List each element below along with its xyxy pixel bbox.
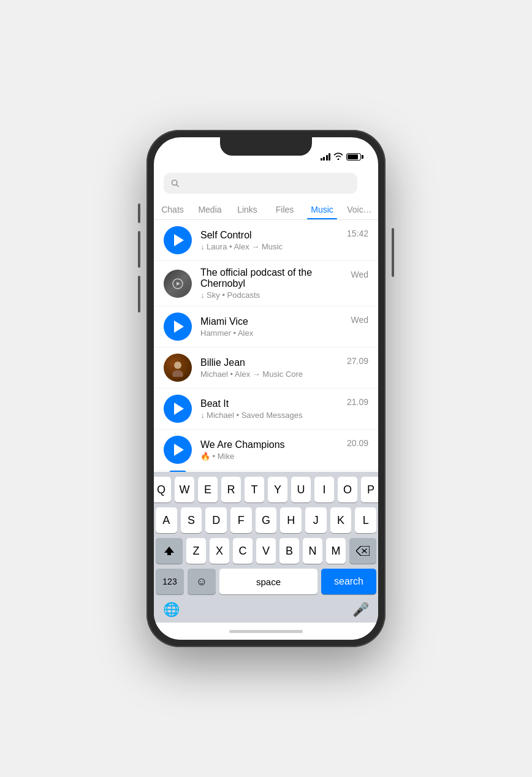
notch (220, 137, 312, 156)
key-r[interactable]: R (221, 477, 241, 502)
key-w[interactable]: W (175, 477, 194, 502)
music-item-chernobyl[interactable]: The official podcast of the Chernobyl ↓ … (154, 261, 378, 306)
key-v[interactable]: V (256, 538, 276, 564)
key-d[interactable]: D (205, 507, 227, 533)
key-t[interactable]: T (245, 477, 264, 502)
key-o[interactable]: O (338, 477, 357, 502)
track-time-self-control: 15:42 (347, 229, 368, 238)
track-info-we-are-champions: We Are Champions 🔥 • Mike (200, 439, 338, 461)
volume-up-button[interactable] (138, 203, 140, 223)
svg-point-4 (174, 362, 181, 369)
key-b[interactable]: B (279, 538, 299, 564)
key-q[interactable]: Q (154, 477, 171, 502)
mic-icon[interactable]: 🎤 (352, 602, 369, 618)
track-subtitle-self-control: ↓ Laura • Alex → Music (200, 242, 338, 251)
key-f[interactable]: F (230, 507, 252, 533)
volume-down-button[interactable] (138, 231, 140, 268)
key-s[interactable]: S (181, 507, 202, 533)
play-button-miami-vice[interactable] (164, 313, 192, 341)
track-subtitle-we-are-champions: 🔥 • Mike (200, 452, 338, 461)
search-key[interactable]: search (321, 569, 376, 594)
billie-avatar (164, 354, 192, 382)
power-button[interactable] (392, 228, 394, 277)
tab-media[interactable]: Media (191, 199, 229, 219)
search-icon (171, 179, 179, 188)
track-title-we-are-champions: We Are Champions (200, 439, 338, 450)
music-item-beat-it[interactable]: Beat It ↓ Michael • Saved Messages 21.09 (154, 388, 378, 430)
numbers-key[interactable]: 123 (156, 569, 184, 594)
svg-line-1 (177, 184, 178, 186)
keyboard-row-1: ASDFGHJKL (156, 507, 376, 533)
key-e[interactable]: E (198, 477, 218, 502)
music-item-we-are-champions[interactable]: We Are Champions 🔥 • Mike 20.09 (154, 430, 378, 471)
track-subtitle-billie-jean: Michael • Alex → Music Core (200, 370, 338, 379)
podcast-avatar-chernobyl (164, 270, 192, 298)
key-p[interactable]: P (361, 477, 378, 502)
key-z[interactable]: Z (186, 538, 206, 564)
music-item-self-control[interactable]: Self Control ↓ Laura • Alex → Music 15:4… (154, 220, 378, 261)
key-a[interactable]: A (156, 507, 177, 533)
tab-music[interactable]: Music (303, 199, 341, 219)
search-input[interactable] (183, 178, 350, 189)
track-time-we-are-champions: 20.09 (347, 438, 368, 448)
svg-marker-6 (164, 547, 174, 555)
track-title-chernobyl: The official podcast of the Chernobyl (200, 267, 342, 289)
key-j[interactable]: J (305, 507, 327, 533)
key-x[interactable]: X (210, 538, 229, 564)
tab-files[interactable]: Files (266, 199, 303, 219)
track-info-miami-vice: Miami Vice Hammer • Alex (200, 316, 342, 338)
key-h[interactable]: H (280, 507, 302, 533)
backspace-key[interactable] (349, 538, 376, 564)
track-subtitle-beat-it: ↓ Michael • Saved Messages (200, 411, 338, 420)
key-u[interactable]: U (291, 477, 311, 502)
track-title-beat-it: Beat It (200, 398, 338, 409)
track-time-beat-it: 21.09 (347, 397, 368, 407)
track-info-chernobyl: The official podcast of the Chernobyl ↓ … (200, 267, 342, 300)
wifi-icon (333, 153, 343, 162)
key-n[interactable]: N (303, 538, 322, 564)
search-input-wrap[interactable] (164, 173, 357, 194)
key-i[interactable]: I (314, 477, 334, 502)
track-title-miami-vice: Miami Vice (200, 316, 342, 327)
key-c[interactable]: C (233, 538, 253, 564)
tab-links[interactable]: Links (229, 199, 266, 219)
keyboard-globe-row: 🌐 🎤 (156, 599, 376, 620)
tab-chats[interactable]: Chats (154, 199, 191, 219)
key-k[interactable]: K (330, 507, 352, 533)
home-bar (229, 630, 303, 633)
music-item-miami-vice[interactable]: Miami Vice Hammer • Alex Wed (154, 306, 378, 347)
search-bar (154, 168, 378, 199)
keyboard: QWERTYUIOPASDFGHJKLZXCVBNM123☺spacesearc… (154, 472, 378, 623)
svg-marker-3 (177, 282, 180, 286)
key-g[interactable]: G (256, 507, 277, 533)
track-info-self-control: Self Control ↓ Laura • Alex → Music (200, 230, 338, 251)
play-button-beat-it[interactable] (164, 395, 192, 423)
home-indicator (154, 623, 378, 640)
shift-key[interactable] (156, 538, 183, 564)
track-title-self-control: Self Control (200, 230, 338, 241)
key-m[interactable]: M (326, 538, 346, 564)
play-button-we-are-champions[interactable] (164, 436, 192, 464)
svg-point-5 (172, 370, 183, 377)
track-subtitle-miami-vice: Hammer • Alex (200, 328, 342, 338)
music-item-billie-jean[interactable]: Billie Jean Michael • Alex → Music Core … (154, 347, 378, 388)
globe-icon[interactable]: 🌐 (163, 602, 180, 618)
track-title-billie-jean: Billie Jean (200, 357, 338, 368)
emoji-key[interactable]: ☺ (188, 569, 216, 594)
play-button-self-control[interactable] (164, 226, 192, 254)
track-time-billie-jean: 27.09 (347, 356, 368, 366)
tab-voice[interactable]: Voic… (341, 199, 378, 219)
silent-button[interactable] (138, 276, 140, 313)
status-icons (321, 153, 362, 162)
phone-outer: ChatsMediaLinksFilesMusicVoic… Self Cont… (146, 130, 386, 647)
signal-icon (321, 153, 331, 161)
track-info-billie-jean: Billie Jean Michael • Alex → Music Core (200, 357, 338, 379)
keyboard-row-0: QWERTYUIOP (156, 477, 376, 502)
key-l[interactable]: L (355, 507, 376, 533)
track-time-miami-vice: Wed (351, 315, 368, 325)
space-key[interactable]: space (219, 569, 317, 594)
battery-icon (346, 153, 361, 161)
key-y[interactable]: Y (268, 477, 287, 502)
cancel-button[interactable] (363, 181, 368, 186)
track-time-chernobyl: Wed (351, 270, 368, 279)
